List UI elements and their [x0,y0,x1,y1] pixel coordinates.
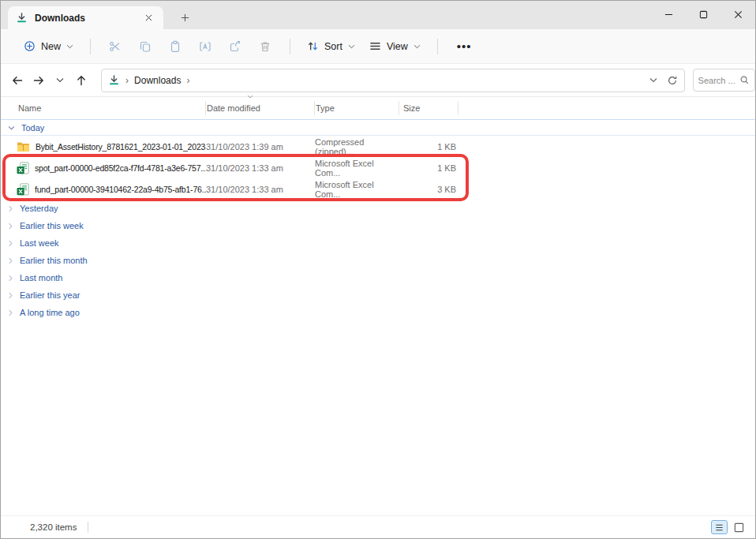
search-box[interactable] [693,69,755,92]
paste-icon[interactable] [160,34,190,59]
file-size: 3 KB [399,185,456,194]
excel-csv-icon [17,162,29,174]
recent-locations-chevron-icon[interactable] [50,69,71,92]
status-bar: 2,320 items [1,515,755,538]
file-explorer-window: Downloads New [0,0,756,539]
file-size: 1 KB [399,163,456,173]
up-icon[interactable] [70,69,92,92]
chevron-down-icon [414,44,421,49]
file-date: 31/10/2023 1:33 am [206,185,315,194]
group-header-last-month[interactable]: Last month [1,269,755,286]
file-date: 31/10/2023 1:33 am [206,163,315,173]
chevron-down-icon [8,125,15,130]
minimize-icon[interactable] [651,1,686,28]
close-tab-icon[interactable] [141,11,155,25]
status-divider [88,522,88,533]
file-name: Bybit_AssetHistory_8781621_2023-01-01_20… [36,142,206,152]
group-header-earlier-this-week[interactable]: Earlier this week [1,217,755,234]
column-header-size[interactable]: Size [399,101,458,115]
maximize-icon[interactable] [686,1,720,28]
column-header-type[interactable]: Type [315,101,399,115]
file-type: Microsoft Excel Com... [315,159,399,178]
group-header-yesterday[interactable]: Yesterday [1,200,755,217]
chevron-right-icon [9,257,13,264]
search-input[interactable] [698,76,739,85]
column-headers: Name Date modified Type Size [1,97,755,119]
tab-label: Downloads [35,13,134,24]
chevron-right-icon [9,223,13,230]
chevron-down-icon [348,44,355,49]
chevron-right-icon [9,240,13,247]
chevron-right-icon [9,205,13,212]
group-header-earlier-this-year[interactable]: Earlier this year [1,286,755,304]
file-row-fund-csv[interactable]: fund_part-00000-39410462-22a9-4b75-afb1-… [1,178,755,200]
tab-bar: Downloads [1,1,755,29]
file-row-zip[interactable]: Bybit_AssetHistory_8781621_2023-01-01_20… [1,136,755,157]
large-thumbnails-view-icon[interactable] [732,521,746,534]
downloads-icon [16,12,28,24]
sort-indicator-chevron-icon [247,95,253,99]
window-controls [651,1,755,29]
cut-icon[interactable] [100,34,130,59]
toolbar-divider [437,39,438,54]
sort-arrows-icon [307,40,319,52]
item-count: 2,320 items [30,522,77,532]
file-size: 1 KB [399,142,456,152]
share-icon[interactable] [220,34,250,59]
list-lines-icon [369,40,381,52]
file-name: fund_part-00000-39410462-22a9-4b75-afb1-… [35,185,206,194]
view-button-label: View [387,41,408,52]
rename-icon[interactable] [190,34,220,59]
search-icon [739,75,750,85]
details-view-icon[interactable] [711,520,728,534]
chevron-right-icon [9,292,13,299]
chevron-right-icon [9,309,13,316]
refresh-icon[interactable] [667,75,678,86]
new-button[interactable]: New [17,34,80,59]
group-header-today[interactable]: Today [1,119,755,136]
file-name: spot_part-00000-ed85f2ca-f7fd-4781-a3e6-… [35,163,206,173]
file-type: Compressed (zipped)... [315,137,399,156]
file-date: 31/10/2023 1:39 am [206,142,315,152]
new-tab-icon[interactable] [174,7,195,28]
chevron-down-icon [66,44,73,49]
chevron-right-icon [9,275,13,282]
toolbar-divider [90,39,91,54]
tab-downloads[interactable]: Downloads [8,6,163,29]
column-header-name[interactable]: Name [17,101,206,115]
address-dropdown-chevron-icon[interactable] [649,77,657,83]
back-icon[interactable] [7,69,28,92]
group-header-earlier-this-month[interactable]: Earlier this month [1,252,755,269]
group-header-a-long-time-ago[interactable]: A long time ago [1,304,755,321]
breadcrumb-separator: › [186,75,189,86]
close-window-icon[interactable] [720,1,755,28]
zip-folder-icon [17,141,30,152]
column-header-date-modified[interactable]: Date modified [206,101,315,115]
view-button[interactable]: View [362,34,428,59]
breadcrumb-downloads[interactable]: Downloads [134,75,181,86]
command-bar: New Sort [1,29,755,64]
file-row-spot-csv[interactable]: spot_part-00000-ed85f2ca-f7fd-4781-a3e6-… [1,157,755,178]
group-header-last-week[interactable]: Last week [1,234,755,252]
breadcrumb-separator: › [125,75,129,86]
more-options-icon[interactable]: ••• [447,39,481,53]
delete-icon[interactable] [250,34,280,59]
downloads-icon [108,74,120,86]
file-list: Today Bybit_AssetHistory_8781621_2023-01… [1,119,755,321]
sort-button-label: Sort [324,41,342,52]
file-type: Microsoft Excel Com... [315,180,399,199]
new-button-label: New [41,41,61,52]
address-row: › Downloads › [1,64,755,97]
forward-icon[interactable] [28,69,50,92]
excel-csv-icon [17,183,29,196]
sort-button[interactable]: Sort [300,34,362,59]
toolbar-divider [290,39,290,54]
address-bar[interactable]: › Downloads › [101,69,685,92]
plus-circle-icon [24,40,36,52]
copy-icon[interactable] [130,34,160,59]
